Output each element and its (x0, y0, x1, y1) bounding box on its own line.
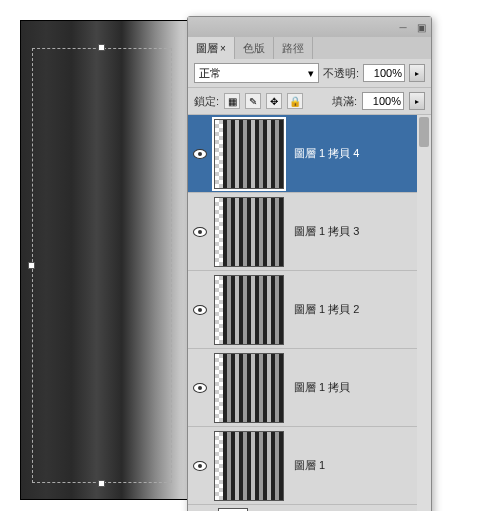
tab-layers[interactable]: 圖層× (188, 37, 235, 59)
lock-transparency-icon[interactable]: ▦ (224, 93, 240, 109)
lock-all-icon[interactable]: 🔒 (287, 93, 303, 109)
chevron-down-icon: ▾ (308, 67, 314, 80)
tab-channels[interactable]: 色版 (235, 37, 274, 59)
close-icon[interactable]: ▣ (415, 21, 427, 33)
minimize-icon[interactable]: ─ (397, 21, 409, 33)
scrollbar-vertical[interactable] (417, 115, 431, 511)
tab-paths[interactable]: 路徑 (274, 37, 313, 59)
scrollbar-thumb[interactable] (419, 117, 429, 147)
layer-name[interactable]: 圖層 1 拷貝 2 (290, 302, 427, 317)
fill-input[interactable]: 100% (362, 92, 404, 110)
tab-label: 色版 (243, 41, 265, 56)
layer-row[interactable]: 圖層 1 拷貝 3 (188, 193, 431, 271)
eye-icon[interactable] (193, 227, 207, 237)
panel-tabs: 圖層× 色版 路徑 (188, 37, 431, 59)
lock-label: 鎖定: (194, 94, 219, 109)
fill-label: 填滿: (332, 94, 357, 109)
transform-handle-bottom[interactable] (98, 480, 105, 487)
lock-pixels-icon[interactable]: ✎ (245, 93, 261, 109)
layer-row[interactable]: 圖層 1 拷貝 4 (188, 115, 431, 193)
lock-row: 鎖定: ▦ ✎ ✥ 🔒 填滿: 100% ▸ (188, 88, 431, 115)
eye-icon[interactable] (193, 305, 207, 315)
tab-label: 路徑 (282, 41, 304, 56)
layer-row[interactable]: 圖層 1 拷貝 2 (188, 271, 431, 349)
fill-flyout-icon[interactable]: ▸ (409, 92, 425, 110)
background-layer-row[interactable] (188, 505, 431, 511)
transform-handle-top[interactable] (98, 44, 105, 51)
layers-panel: ─ ▣ 圖層× 色版 路徑 正常 ▾ 不透明: 100% ▸ 鎖定: ▦ ✎ ✥… (187, 16, 432, 511)
transform-handle-left[interactable] (28, 262, 35, 269)
panel-titlebar[interactable]: ─ ▣ (188, 17, 431, 37)
eye-icon[interactable] (193, 461, 207, 471)
blend-mode-value: 正常 (199, 66, 221, 81)
layer-name[interactable]: 圖層 1 拷貝 4 (290, 146, 427, 161)
layer-thumbnail[interactable] (214, 431, 284, 501)
transform-bounding-box[interactable] (32, 48, 172, 483)
eye-icon[interactable] (193, 149, 207, 159)
layer-thumbnail[interactable] (214, 119, 284, 189)
layer-thumbnail[interactable] (214, 353, 284, 423)
blend-row: 正常 ▾ 不透明: 100% ▸ (188, 59, 431, 88)
layer-name[interactable]: 圖層 1 拷貝 (290, 380, 427, 395)
opacity-flyout-icon[interactable]: ▸ (409, 64, 425, 82)
eye-icon[interactable] (193, 383, 207, 393)
tab-label: 圖層 (196, 41, 218, 56)
layer-row[interactable]: 圖層 1 (188, 427, 431, 505)
layer-thumbnail[interactable] (214, 275, 284, 345)
tab-close-icon[interactable]: × (220, 43, 226, 54)
layer-name[interactable]: 圖層 1 拷貝 3 (290, 224, 427, 239)
layer-row[interactable]: 圖層 1 拷貝 (188, 349, 431, 427)
blend-mode-dropdown[interactable]: 正常 ▾ (194, 63, 319, 83)
opacity-input[interactable]: 100% (363, 64, 405, 82)
background-thumbnail (218, 508, 248, 512)
opacity-label: 不透明: (323, 66, 359, 81)
lock-position-icon[interactable]: ✥ (266, 93, 282, 109)
layer-name[interactable]: 圖層 1 (290, 458, 427, 473)
layer-list: 圖層 1 拷貝 4圖層 1 拷貝 3圖層 1 拷貝 2圖層 1 拷貝圖層 1 (188, 115, 431, 511)
layer-thumbnail[interactable] (214, 197, 284, 267)
